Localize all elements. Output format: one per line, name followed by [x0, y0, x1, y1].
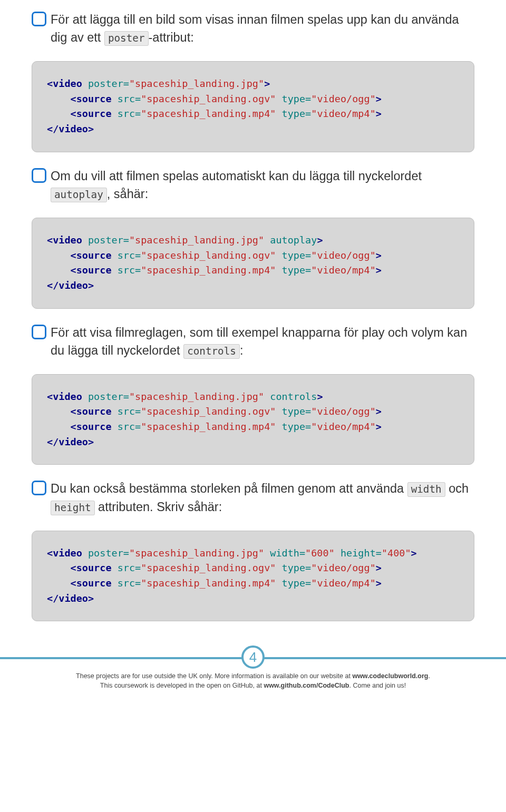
step-2-suffix: , såhär: [107, 187, 148, 201]
code-keyword: width [407, 482, 445, 497]
step-3-prefix: För att visa filmreglagen, som till exem… [51, 326, 467, 357]
step-1-text: För att lägga till en bild som visas inn… [51, 11, 474, 46]
footer-line1-c: . [428, 672, 430, 680]
step-2-prefix: Om du vill att filmen spelas automatiskt… [51, 169, 422, 183]
page-number: 4 [249, 649, 257, 666]
step-3-suffix: : [240, 344, 244, 357]
code-block-4: <video poster="spaceship_landing.jpg" wi… [32, 531, 474, 622]
step-1-suffix: -attribut: [149, 31, 194, 44]
footer-line2-b: www.github.com/CodeClub [264, 682, 349, 689]
step-4-suffix: attributen. Skriv såhär: [95, 500, 222, 514]
step-2-text: Om du vill att filmen spelas automatiskt… [51, 167, 474, 203]
document-body: För att lägga till en bild som visas inn… [0, 11, 506, 652]
checkbox-icon[interactable] [32, 12, 46, 26]
page-number-circle: 4 [241, 645, 265, 669]
step-4-text: Du kan också bestämma storleken på filme… [51, 480, 474, 515]
checkbox-icon[interactable] [32, 481, 46, 495]
step-1: För att lägga till en bild som visas inn… [32, 11, 474, 46]
footer-line2-c: . Come and join us! [349, 682, 406, 689]
step-3-text: För att visa filmreglagen, som till exem… [51, 324, 474, 359]
footer-text: These projects are for use outside the U… [0, 672, 506, 701]
step-4-mid: och [445, 482, 469, 495]
code-block-2: <video poster="spaceship_landing.jpg" au… [32, 218, 474, 309]
footer-line2-a: This coursework is developed in the open… [100, 682, 264, 689]
code-block-3: <video poster="spaceship_landing.jpg" co… [32, 374, 474, 465]
footer-line1-b: www.codeclubworld.org [352, 672, 428, 680]
step-2: Om du vill att filmen spelas automatiskt… [32, 167, 474, 203]
footer-line1-a: These projects are for use outside the U… [76, 672, 352, 680]
code-keyword: height [51, 501, 95, 515]
checkbox-icon[interactable] [32, 168, 46, 183]
step-4: Du kan också bestämma storleken på filme… [32, 480, 474, 515]
checkbox-icon[interactable] [32, 325, 46, 339]
step-4-prefix: Du kan också bestämma storleken på filme… [51, 482, 407, 495]
code-keyword: autoplay [51, 188, 107, 202]
code-block-1: <video poster="spaceship_landing.jpg"> <… [32, 61, 474, 152]
footer: 4 These projects are for use outside the… [0, 657, 506, 701]
code-keyword: controls [183, 344, 240, 359]
code-keyword: poster [104, 31, 149, 46]
step-3: För att visa filmreglagen, som till exem… [32, 324, 474, 359]
